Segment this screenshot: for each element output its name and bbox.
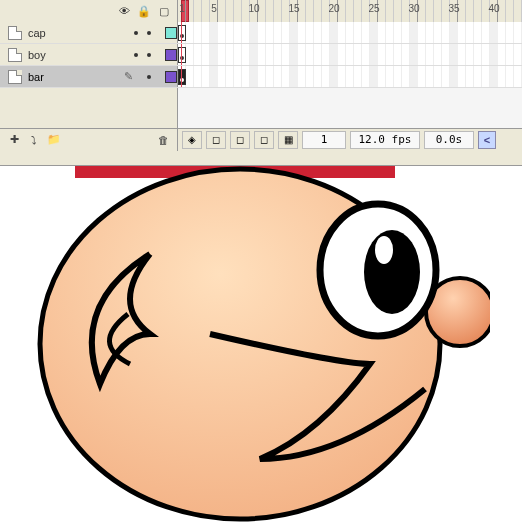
timeline-bottom-bar: ✚ ⤵ 📁 🗑 ◈ ◻ ◻ ◻ ▦ 1 12.0 fps 0.0s <: [0, 128, 522, 150]
keyframe-icon[interactable]: [178, 69, 186, 85]
stage-canvas[interactable]: ↖: [0, 166, 522, 526]
layer-flags: [134, 31, 151, 35]
layer-name-label: cap: [28, 27, 128, 39]
onion-outlines-button[interactable]: ◻: [230, 131, 250, 149]
insert-layer-button[interactable]: ✚: [6, 132, 22, 148]
layer-page-icon: [8, 48, 22, 62]
scroll-arrow-button[interactable]: <: [478, 131, 496, 149]
keyframe-icon[interactable]: [178, 47, 186, 63]
layer-color-swatch[interactable]: [165, 49, 177, 61]
modify-onion-button[interactable]: ▦: [278, 131, 298, 149]
lock-icon[interactable]: 🔒: [137, 4, 151, 18]
edit-multiple-button[interactable]: ◻: [254, 131, 274, 149]
center-frame-button[interactable]: ◈: [182, 131, 202, 149]
elapsed-time-field: 0.0s: [424, 131, 474, 149]
layer-color-swatch[interactable]: [165, 71, 177, 83]
timeline-header: 👁 🔒 ▢ 1510152025303540: [0, 0, 522, 22]
layer-row-boy[interactable]: boy: [0, 44, 522, 66]
insert-folder-button[interactable]: 📁: [46, 132, 62, 148]
layer-cell[interactable]: bar✎: [0, 66, 178, 87]
frame-rate-field[interactable]: 12.0 fps: [350, 131, 420, 149]
eye-icon[interactable]: 👁: [117, 4, 131, 18]
eye-pupil: [364, 230, 420, 314]
pencil-icon: ✎: [124, 70, 138, 84]
layer-page-icon: [8, 70, 22, 84]
frames-track[interactable]: [178, 66, 522, 87]
layer-name-label: boy: [28, 49, 128, 61]
eye-highlight: [375, 236, 393, 264]
timeline-panel: 👁 🔒 ▢ 1510152025303540 capboybar✎ ✚ ⤵ 📁 …: [0, 0, 522, 166]
layer-flags: [134, 53, 151, 57]
drawing-content: [30, 166, 490, 524]
layer-row-bar[interactable]: bar✎: [0, 66, 522, 88]
layer-name-label: bar: [28, 71, 118, 83]
keyframe-icon[interactable]: [178, 25, 186, 41]
layers-list: capboybar✎: [0, 22, 522, 128]
frames-track[interactable]: [178, 22, 522, 43]
layer-row-cap[interactable]: cap: [0, 22, 522, 44]
insert-motion-guide-button[interactable]: ⤵: [26, 132, 42, 148]
delete-layer-button[interactable]: 🗑: [155, 132, 171, 148]
frame-controls: ◈ ◻ ◻ ◻ ▦ 1 12.0 fps 0.0s <: [178, 131, 522, 149]
onion-skin-button[interactable]: ◻: [206, 131, 226, 149]
current-frame-field[interactable]: 1: [302, 131, 346, 149]
layer-buttons-group: ✚ ⤵ 📁 🗑: [0, 129, 178, 151]
layer-cell[interactable]: cap: [0, 22, 178, 43]
layer-color-swatch[interactable]: [165, 27, 177, 39]
layer-column-header: 👁 🔒 ▢: [0, 0, 178, 22]
frames-track[interactable]: [178, 44, 522, 65]
frame-ruler[interactable]: 1510152025303540: [178, 0, 522, 22]
layer-cell[interactable]: boy: [0, 44, 178, 65]
layer-page-icon: [8, 26, 22, 40]
outline-icon[interactable]: ▢: [157, 4, 171, 18]
layer-flags: ✎: [124, 70, 151, 84]
